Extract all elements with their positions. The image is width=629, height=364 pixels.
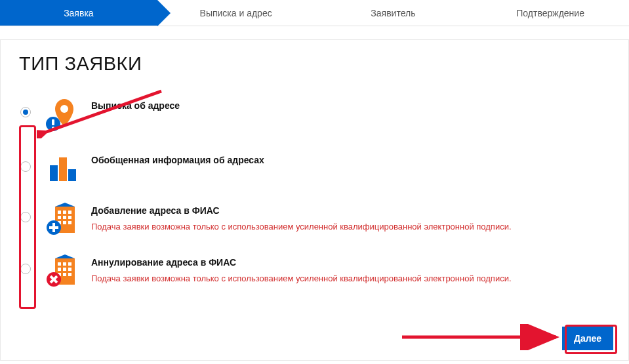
option-body: Добавление адреса в ФИАС Подача заявки в…: [91, 203, 610, 233]
option-body: Аннулирование адреса в ФИАС Подача заявк…: [91, 254, 610, 285]
option-title: Аннулирование адреса в ФИАС: [91, 257, 610, 268]
form-card: ТИП ЗАЯВКИ Выписка об адресе: [0, 39, 629, 361]
svg-rect-30: [63, 273, 66, 276]
option-body: Выписка об адресе: [91, 98, 610, 116]
request-type-options: Выписка об адресе Обобщенная информация …: [19, 98, 610, 290]
radio-col: [19, 254, 32, 274]
option-note: Подача заявки возможна только с использо…: [91, 273, 610, 285]
annotation-arrow-to-next: [399, 324, 563, 350]
svg-rect-12: [58, 216, 61, 219]
building-plus-icon: [46, 203, 77, 238]
section-title: ТИП ЗАЯВКИ: [19, 53, 610, 75]
svg-rect-14: [68, 216, 71, 219]
icon-col: [45, 203, 78, 238]
step-confirmation[interactable]: Подтверждение: [472, 0, 629, 26]
svg-rect-13: [63, 216, 66, 219]
option-add[interactable]: Добавление адреса в ФИАС Подача заявки в…: [19, 203, 610, 238]
svg-marker-22: [55, 254, 75, 258]
radio-col: [19, 98, 32, 117]
option-annul[interactable]: Аннулирование адреса в ФИАС Подача заявк…: [19, 254, 610, 290]
icon-col: [45, 152, 78, 186]
option-title: Обобщенная информация об адресах: [91, 155, 610, 165]
stepper: Заявка Выписка и адрес Заявитель Подтвер…: [0, 0, 629, 26]
step-applicant[interactable]: Заявитель: [315, 0, 472, 26]
icon-col: [45, 98, 78, 136]
svg-marker-8: [55, 203, 75, 207]
svg-rect-28: [68, 268, 71, 271]
svg-rect-23: [58, 262, 61, 266]
svg-rect-24: [63, 262, 66, 266]
svg-rect-27: [63, 268, 66, 271]
svg-point-0: [60, 105, 68, 113]
step-label: Выписка и адрес: [200, 8, 272, 18]
svg-point-3: [52, 127, 54, 129]
option-body: Обобщенная информация об адресах: [91, 152, 610, 171]
svg-rect-6: [68, 169, 76, 181]
step-label: Заявка: [64, 8, 93, 18]
step-request[interactable]: Заявка: [0, 0, 157, 26]
svg-rect-25: [68, 262, 71, 266]
step-extract-address[interactable]: Выписка и адрес: [157, 0, 315, 26]
svg-rect-5: [59, 157, 67, 181]
svg-rect-17: [68, 221, 71, 224]
svg-rect-9: [58, 211, 61, 214]
radio-annul[interactable]: [20, 264, 31, 274]
icon-col: [45, 254, 78, 290]
map-pin-icon: [46, 98, 77, 136]
svg-rect-10: [63, 211, 66, 214]
svg-rect-16: [63, 221, 66, 224]
svg-rect-26: [58, 268, 61, 271]
svg-rect-11: [68, 211, 71, 214]
radio-extract[interactable]: [20, 107, 31, 117]
svg-rect-20: [49, 226, 58, 229]
radio-col: [19, 203, 32, 222]
radio-summary[interactable]: [20, 161, 31, 172]
radio-col: [19, 152, 32, 172]
bar-chart-icon: [46, 152, 77, 186]
svg-rect-31: [68, 273, 71, 276]
svg-rect-4: [50, 165, 58, 181]
option-extract[interactable]: Выписка об адресе: [19, 98, 610, 136]
svg-rect-2: [52, 119, 54, 125]
option-title: Добавление адреса в ФИАС: [91, 205, 610, 216]
option-note: Подача заявки возможна только с использо…: [91, 221, 610, 233]
step-label: Заявитель: [371, 8, 415, 18]
step-label: Подтверждение: [516, 8, 584, 18]
next-button[interactable]: Далее: [562, 327, 613, 350]
building-cross-icon: [46, 254, 77, 290]
option-title: Выписка об адресе: [91, 100, 610, 111]
radio-add[interactable]: [20, 212, 31, 222]
option-summary[interactable]: Обобщенная информация об адресах: [19, 152, 610, 186]
